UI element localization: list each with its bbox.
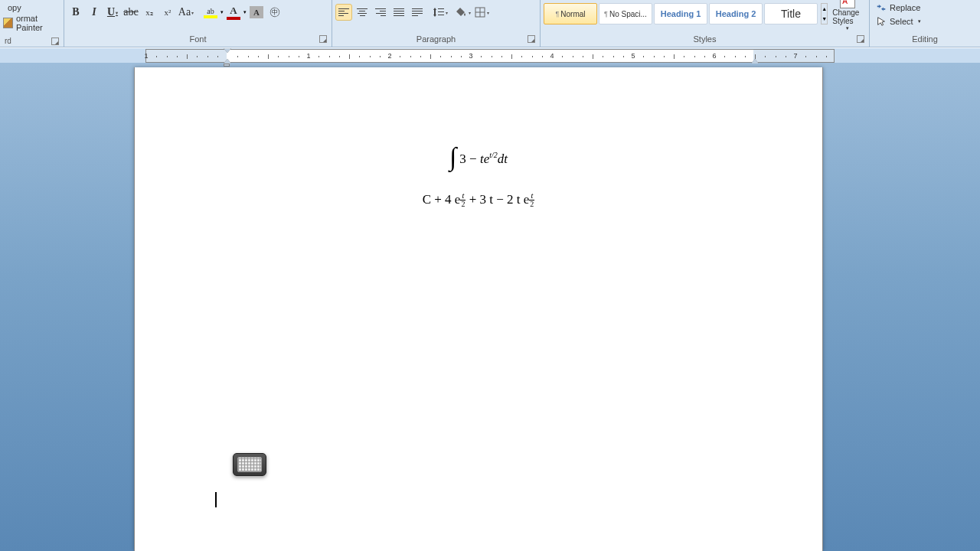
copy-button[interactable]: opy [8, 3, 62, 12]
ruler-minor-tick [430, 54, 431, 59]
ruler-minor-tick [258, 56, 259, 57]
justify-button[interactable] [390, 4, 407, 21]
ruler-minor-tick [724, 56, 725, 57]
style-heading-2[interactable]: Heading 2 [709, 3, 763, 24]
align-center-icon [357, 8, 368, 16]
align-center-button[interactable] [354, 4, 371, 21]
enclose-chars-button[interactable]: ㊥ [266, 4, 283, 21]
ruler-tick: 6 [712, 52, 716, 60]
ruler-minor-tick [664, 56, 665, 57]
paragraph-dialog-launcher[interactable] [528, 35, 535, 43]
ruler-tick: 3 [469, 52, 472, 60]
ruler-minor-tick [542, 56, 543, 57]
ruler-minor-tick [318, 56, 319, 57]
first-line-indent-marker[interactable] [224, 48, 231, 53]
ruler-minor-tick [299, 56, 299, 57]
ruler-minor-tick [511, 54, 512, 59]
ruler-minor-tick [481, 56, 482, 57]
equation-2[interactable]: C + 4 et2 + 3 t − 2 t et2 [211, 192, 746, 208]
ruler-minor-tick [583, 56, 583, 57]
style-no-spacing[interactable]: ¶No Spaci... [599, 3, 652, 24]
style-scroll[interactable]: ▲ ▼ [821, 3, 828, 24]
ruler-minor-tick [339, 56, 340, 57]
ruler-minor-tick [674, 54, 675, 59]
on-screen-keyboard-badge[interactable] [233, 453, 266, 476]
superscript-button[interactable]: x² [159, 4, 176, 21]
ruler-minor-tick [187, 54, 188, 59]
horizontal-ruler[interactable]: 1 1 2 3 4 5 6 7 [145, 49, 835, 63]
styles-group-label: Styles [544, 33, 866, 45]
chevron-up-icon[interactable]: ▲ [822, 4, 827, 14]
ruler-minor-tick [440, 56, 441, 57]
right-indent-marker[interactable] [751, 59, 759, 64]
font-group-label: Font [67, 33, 328, 45]
highlight-button[interactable]: ab [202, 4, 219, 21]
ruler-minor-tick [532, 56, 533, 57]
select-button[interactable]: Select▾ [873, 15, 977, 28]
font-dialog-launcher[interactable] [319, 35, 327, 43]
style-normal[interactable]: ¶Normal [544, 3, 597, 24]
change-styles-button[interactable]: Change Styles ▾ [829, 0, 866, 31]
text-cursor [215, 492, 217, 507]
clipboard-group: opy ormat Painter rd [0, 0, 64, 47]
ruler-minor-tick [370, 56, 371, 57]
ruler-minor-tick [603, 56, 603, 57]
format-painter-button[interactable]: ormat Painter [2, 12, 62, 32]
ruler-tick: 1 [306, 52, 310, 60]
ruler-minor-tick [359, 56, 360, 57]
ruler-minor-tick [765, 56, 766, 57]
style-title[interactable]: Title [764, 3, 818, 24]
ruler-minor-tick [461, 56, 462, 57]
ruler-minor-tick [654, 56, 655, 57]
distributed-button[interactable] [409, 4, 426, 21]
underline-button[interactable]: U▾ [104, 4, 121, 21]
align-left-icon [338, 8, 349, 16]
ruler-minor-tick [237, 56, 238, 57]
ribbon: opy ormat Painter rd B I U▾ abc x₂ x² Aa… [0, 0, 980, 47]
equation-1[interactable]: ∫ 3 − tet/2dt [211, 144, 746, 173]
strikethrough-button[interactable]: abc [122, 4, 139, 21]
bucket-icon [456, 6, 468, 18]
ruler-minor-tick [197, 56, 198, 57]
editing-group-label: Editing [873, 33, 977, 45]
change-styles-icon [840, 0, 855, 8]
ruler-minor-tick [643, 56, 644, 57]
align-right-icon [375, 8, 386, 16]
align-right-button[interactable] [372, 4, 389, 21]
align-left-button[interactable] [335, 4, 352, 21]
ruler-minor-tick [451, 56, 452, 57]
subscript-button[interactable]: x₂ [141, 4, 158, 21]
clipboard-dialog-launcher[interactable] [51, 37, 59, 45]
line-spacing-button[interactable]: ▾ [432, 4, 449, 21]
char-shading-icon: A [250, 6, 263, 18]
chevron-down-icon[interactable]: ▼ [822, 14, 827, 24]
left-indent-marker[interactable] [224, 64, 230, 67]
ruler-minor-tick [410, 56, 411, 57]
paintbrush-icon [3, 18, 13, 28]
ruler-minor-tick [278, 56, 279, 57]
editing-group: Replace Select▾ Editing [870, 0, 980, 47]
styles-dialog-launcher[interactable] [857, 35, 864, 43]
font-color-button[interactable]: A [225, 4, 242, 21]
ruler-minor-tick [776, 56, 776, 57]
change-case-button[interactable]: Aa▾ [178, 4, 194, 21]
document-page[interactable]: ∫ 3 − tet/2dt C + 4 et2 + 3 t − 2 t et2 [134, 67, 823, 551]
ruler-minor-tick [268, 54, 269, 59]
char-shading-button[interactable]: A [248, 4, 265, 21]
ruler-minor-tick [816, 56, 817, 57]
italic-button[interactable]: I [86, 4, 103, 21]
shading-button[interactable]: ▾ [455, 4, 472, 21]
style-heading-1[interactable]: Heading 1 [654, 3, 707, 24]
ruler-minor-tick [501, 56, 502, 57]
replace-button[interactable]: Replace [873, 2, 977, 14]
ruler-minor-tick [492, 56, 492, 57]
ruler-minor-tick [289, 56, 289, 57]
ruler-minor-tick [329, 56, 330, 57]
ruler-minor-tick [380, 56, 381, 57]
ruler-tick: 1 [144, 52, 148, 60]
bold-button[interactable]: B [67, 4, 84, 21]
borders-button[interactable]: ▾ [473, 4, 490, 21]
borders-icon [474, 6, 486, 18]
format-painter-label: ormat Painter [16, 14, 62, 32]
ruler-minor-tick [613, 56, 614, 57]
